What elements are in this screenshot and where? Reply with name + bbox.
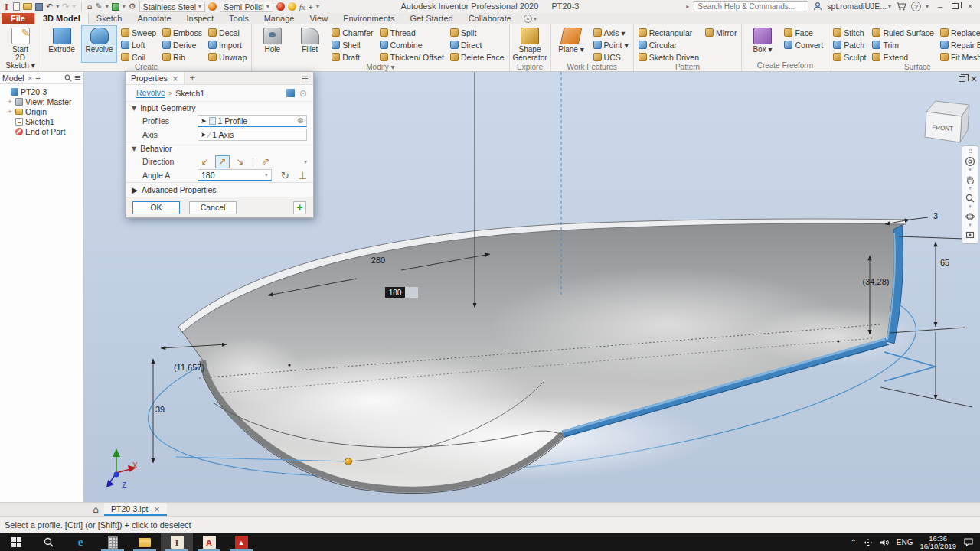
loft-button[interactable]: Loft: [119, 39, 158, 51]
chevron-down-icon[interactable]: ▾: [969, 168, 972, 172]
solid-body-icon[interactable]: [286, 89, 295, 97]
clear-selection-icon[interactable]: ⊗: [297, 116, 304, 126]
tree-item-pt20-3[interactable]: PT20-3: [2, 86, 83, 96]
material-select[interactable]: Stainless Steel ▾: [139, 2, 205, 12]
dimension-label-65[interactable]: 65: [940, 258, 949, 267]
ribbon-tab-get-started[interactable]: Get Started: [402, 13, 460, 24]
caret-icon[interactable]: ▾: [122, 3, 126, 10]
convert-button[interactable]: Convert: [782, 39, 825, 51]
draft-button[interactable]: Draft: [329, 51, 375, 63]
tree-item-end-of-part[interactable]: End of Part: [2, 126, 83, 136]
minimize-button[interactable]: –: [933, 2, 947, 11]
ribbon-group-label-sketch[interactable]: Sketch: [2, 71, 38, 73]
viewport-restore-icon[interactable]: [959, 76, 965, 82]
circular-button[interactable]: Circular: [636, 39, 701, 51]
breadcrumb-revolve-link[interactable]: Revolve: [136, 88, 165, 98]
taskbar-edge-button[interactable]: e: [64, 533, 96, 551]
add-tab-icon[interactable]: +: [35, 73, 40, 83]
mirror-button[interactable]: Mirror: [703, 27, 739, 38]
dimension-label-34-28[interactable]: (34,28): [863, 277, 890, 286]
ribbon-tab-annotate[interactable]: Annotate: [130, 13, 179, 24]
full-revolve-icon[interactable]: ↻: [281, 170, 289, 181]
input-geometry-section-header[interactable]: ▼ Input Geometry: [126, 101, 313, 114]
ribbon-tab-tools[interactable]: Tools: [221, 13, 256, 24]
coil-button[interactable]: Coil: [119, 51, 158, 63]
box-button[interactable]: Box ▾: [744, 25, 780, 61]
language-indicator[interactable]: ENG: [897, 538, 913, 546]
patch-button[interactable]: Patch: [831, 39, 868, 51]
pencil-icon[interactable]: ✎: [96, 2, 103, 11]
ribbon-group-label-explore[interactable]: Explore: [512, 63, 548, 72]
adjust-color-icon[interactable]: [288, 2, 296, 11]
extrude-button[interactable]: Extrude: [44, 25, 80, 63]
revolve-button[interactable]: Revolve: [81, 25, 117, 63]
fillet-button[interactable]: Fillet: [292, 25, 328, 63]
tree-item-sketch1[interactable]: Sketch1: [2, 116, 83, 126]
ribbon-display-options[interactable]: •▾: [524, 15, 537, 24]
qat-customize-caret-icon[interactable]: ▾: [316, 3, 319, 10]
clock[interactable]: 16:3616/10/2019: [920, 535, 956, 550]
redo-caret-icon[interactable]: ▾: [73, 3, 76, 10]
advanced-properties-header[interactable]: ▶ Advanced Properties: [126, 182, 313, 197]
signed-in-user[interactable]: spt.romadiUJE...▾: [827, 2, 891, 11]
thread-button[interactable]: Thread: [377, 27, 446, 38]
rib-button[interactable]: Rib: [160, 51, 204, 63]
pan-icon[interactable]: [963, 173, 977, 186]
cancel-button[interactable]: Cancel: [189, 201, 237, 214]
taskbar-acrobat-button[interactable]: ▲: [225, 533, 257, 551]
ribbon-tab-inspect[interactable]: Inspect: [179, 13, 221, 24]
notification-center-icon[interactable]: [963, 537, 974, 547]
rectangular-button[interactable]: Rectangular: [636, 27, 701, 38]
combine-button[interactable]: Combine: [377, 39, 446, 51]
sketch-center-point[interactable]: [345, 458, 352, 465]
breadcrumb-current[interactable]: Sketch1: [175, 89, 204, 98]
dimension-label-280[interactable]: 280: [371, 256, 385, 265]
trim-button[interactable]: Trim: [870, 39, 936, 51]
ucs-button[interactable]: UCS: [591, 51, 631, 63]
chevron-down-icon[interactable]: ▾: [265, 171, 268, 178]
dialog-menu-icon[interactable]: ≡: [296, 72, 313, 84]
appearance-color-icon[interactable]: [276, 2, 285, 11]
preview-eye-icon[interactable]: ⊙: [299, 90, 307, 97]
hidden-icons-chevron-icon[interactable]: ⌃: [850, 538, 856, 546]
ribbon-group-label-work-features[interactable]: Work Features: [554, 63, 631, 72]
fit-mesh-face-button[interactable]: Fit Mesh Face: [938, 51, 980, 63]
ruled-surface-button[interactable]: Ruled Surface: [870, 27, 936, 38]
close-icon[interactable]: ×: [172, 74, 178, 83]
chamfer-button[interactable]: Chamfer: [329, 27, 375, 38]
to-reference-icon[interactable]: ⊥: [299, 170, 307, 181]
ribbon-tab-environments[interactable]: Environments: [335, 13, 402, 24]
point-button[interactable]: Point ▾: [591, 39, 631, 51]
direction-default-button[interactable]: ↙: [198, 155, 212, 168]
appearance-select[interactable]: Semi-Polisl ▾: [220, 2, 273, 12]
parameters-fx-icon[interactable]: fx: [299, 2, 305, 11]
tree-item-origin[interactable]: +Origin: [2, 106, 83, 116]
access-center-icon[interactable]: [864, 538, 873, 547]
stitch-button[interactable]: Stitch: [831, 27, 868, 38]
taskbar-calculator-button[interactable]: [96, 533, 129, 551]
chevron-down-icon[interactable]: ▾: [304, 158, 307, 165]
gear-icon[interactable]: ⚙: [129, 2, 136, 11]
dimension-label-3[interactable]: 3: [933, 211, 938, 220]
ribbon-tab-sketch[interactable]: Sketch: [89, 13, 130, 24]
direct-button[interactable]: Direct: [448, 39, 507, 51]
taskbar-inventor-button[interactable]: I: [161, 533, 193, 551]
split-button[interactable]: Split: [448, 27, 507, 38]
search-icon[interactable]: [64, 74, 72, 82]
ribbon-group-label-pattern[interactable]: Pattern: [636, 63, 740, 72]
sweep-button[interactable]: Sweep: [119, 27, 158, 38]
face-button[interactable]: Face: [782, 27, 825, 38]
close-button[interactable]: ×: [963, 2, 977, 11]
undo-caret-icon[interactable]: ▾: [56, 3, 59, 10]
view-cube-front-label[interactable]: FRONT: [932, 124, 953, 132]
ribbon-group-label-create-freeform[interactable]: Create Freeform: [744, 61, 825, 71]
taskbar-autocad-button[interactable]: A: [193, 533, 225, 551]
shell-button[interactable]: Shell: [329, 39, 375, 51]
taskbar-explorer-button[interactable]: [129, 533, 161, 551]
viewport-close-icon[interactable]: ×: [970, 73, 978, 84]
profiles-field[interactable]: ➤ 1 Profile ⊗: [198, 115, 307, 127]
sketch-driven-button[interactable]: Sketch Driven: [636, 51, 701, 63]
sculpt-button[interactable]: Sculpt: [831, 51, 868, 63]
axis-field[interactable]: ➤ ∕ 1 Axis: [198, 129, 307, 141]
app-store-icon[interactable]: [896, 2, 906, 11]
